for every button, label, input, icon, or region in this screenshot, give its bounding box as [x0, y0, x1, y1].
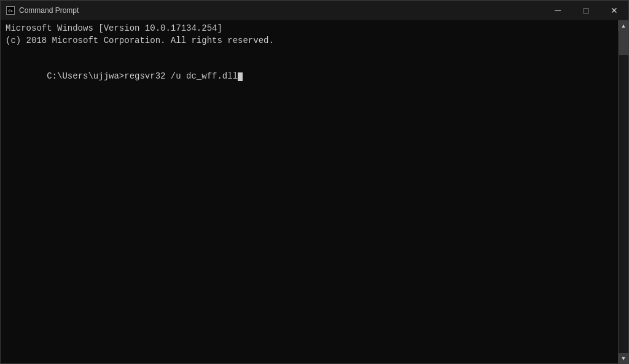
- title-bar: Command Prompt ─ □ ✕: [1, 1, 628, 20]
- scroll-track[interactable]: [619, 31, 628, 353]
- scrollbar: ▲ ▼: [618, 20, 628, 363]
- scroll-thumb[interactable]: [619, 31, 628, 55]
- title-bar-left: Command Prompt: [6, 6, 79, 15]
- console-line-1: Microsoft Windows [Version 10.0.17134.25…: [6, 23, 613, 35]
- console-line-2: (c) 2018 Microsoft Corporation. All righ…: [6, 35, 613, 47]
- close-button[interactable]: ✕: [600, 1, 628, 20]
- window-controls: ─ □ ✕: [544, 1, 628, 20]
- console-line-3: [6, 47, 613, 59]
- scroll-up-arrow[interactable]: ▲: [619, 20, 629, 31]
- command-prompt-window: Command Prompt ─ □ ✕ Microsoft Windows […: [0, 0, 629, 364]
- window-title: Command Prompt: [19, 6, 79, 15]
- app-icon-wrapper: [6, 6, 15, 15]
- console-body: Microsoft Windows [Version 10.0.17134.25…: [1, 20, 628, 363]
- console-line-4: C:\Users\ujjwa>regsvr32 /u dc_wff.dll: [6, 59, 613, 95]
- maximize-button[interactable]: □: [572, 1, 600, 20]
- console-content[interactable]: Microsoft Windows [Version 10.0.17134.25…: [1, 20, 618, 363]
- scroll-down-arrow[interactable]: ▼: [619, 353, 629, 363]
- cursor: [238, 72, 243, 81]
- minimize-button[interactable]: ─: [544, 1, 572, 20]
- console-command-text: C:\Users\ujjwa>regsvr32 /u dc_wff.dll: [47, 71, 238, 81]
- cmd-icon: [6, 6, 15, 15]
